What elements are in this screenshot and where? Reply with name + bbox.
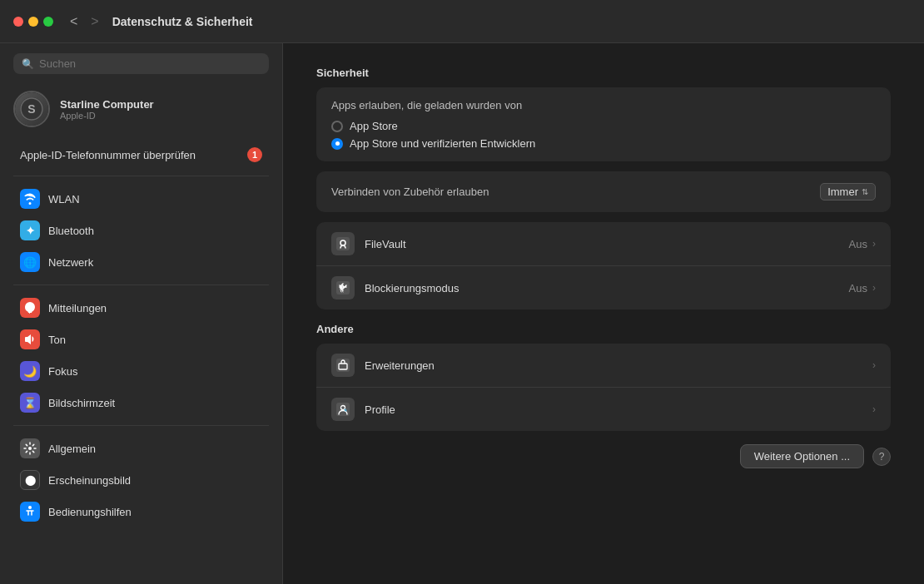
traffic-lights — [13, 17, 53, 27]
accessory-label: Verbinden von Zubehör erlauben — [331, 186, 489, 198]
notification-item[interactable]: Apple-ID-Telefonnummer überprüfen 1 — [7, 141, 276, 169]
minimize-button[interactable] — [28, 17, 38, 27]
sidebar-item-bildschirmzeit[interactable]: ⌛ Bildschirmzeit — [7, 388, 276, 418]
search-input[interactable] — [39, 57, 261, 70]
blockierungsmodus-icon — [331, 276, 355, 299]
profile-row[interactable]: Profile › — [316, 388, 891, 431]
sidebar-item-bedienungshilfen[interactable]: Bedienungshilfen — [7, 497, 276, 527]
search-box[interactable]: 🔍 — [13, 53, 269, 74]
svg-point-3 — [28, 447, 32, 450]
radio-label-app-store: App Store — [350, 120, 398, 132]
user-name: Starline Computer — [60, 98, 154, 111]
close-button[interactable] — [13, 17, 23, 27]
content-footer: Weitere Optionen ... ? — [316, 444, 891, 468]
content-area: Sicherheit Apps erlauben, die geladen wu… — [283, 43, 924, 584]
allgemein-icon — [20, 438, 40, 458]
sidebar-divider-1 — [13, 285, 269, 285]
sidebar: 🔍 S Starline Computer Apple-ID — [0, 43, 283, 584]
filevault-icon — [331, 232, 355, 255]
sidebar-item-label-wlan: WLAN — [48, 193, 80, 205]
sidebar-divider-top — [13, 176, 269, 176]
fokus-icon-glyph: 🌙 — [23, 365, 37, 378]
erweiterungen-icon — [331, 354, 355, 377]
sidebar-item-wlan[interactable]: WLAN — [7, 184, 276, 214]
sidebar-item-label-netzwerk: Netzwerk — [48, 256, 93, 269]
sidebar-item-bluetooth[interactable]: ✦ Bluetooth — [7, 215, 276, 245]
radio-circle-app-store-dev — [331, 138, 343, 150]
sidebar-item-label-ton: Ton — [48, 334, 66, 346]
filevault-status: Aus — [849, 238, 867, 250]
app-allow-card: Apps erlauben, die geladen wurden von Ap… — [316, 87, 891, 161]
sidebar-item-label-allgemein: Allgemein — [48, 443, 96, 455]
title-bar: < > Datenschutz & Sicherheit — [0, 0, 924, 43]
sidebar-item-label-erscheinungsbild: Erscheinungsbild — [48, 474, 131, 487]
ton-icon — [20, 329, 40, 349]
svg-rect-5 — [336, 237, 350, 250]
accessory-card: Verbinden von Zubehör erlauben Immer ⇅ — [316, 171, 891, 212]
sidebar-divider-2 — [13, 425, 269, 426]
radio-label-app-store-dev: App Store und verifizierten Entwicklern — [350, 137, 535, 150]
sidebar-item-label-bildschirmzeit: Bildschirmzeit — [48, 397, 115, 409]
sidebar-item-ton[interactable]: Ton — [7, 324, 276, 354]
sidebar-item-label-fokus: Fokus — [48, 365, 77, 378]
bedienungshilfen-icon-svg — [23, 505, 37, 518]
user-info: Starline Computer Apple-ID — [60, 98, 154, 121]
filevault-label: FileVault — [365, 238, 849, 250]
window-title: Datenschutz & Sicherheit — [112, 15, 253, 28]
sidebar-item-fokus[interactable]: 🌙 Fokus — [7, 356, 276, 386]
sidebar-item-mitteilungen[interactable]: Mitteilungen — [7, 293, 276, 323]
erweiterungen-row[interactable]: Erweiterungen › — [316, 344, 891, 388]
andere-section-title: Andere — [316, 323, 891, 335]
maximize-button[interactable] — [43, 17, 53, 27]
blockierungsmodus-row[interactable]: Blockierungsmodus Aus › — [316, 266, 891, 309]
netzwerk-icon-glyph: 🌐 — [23, 256, 37, 269]
notification-badge: 1 — [247, 147, 262, 162]
svg-text:S: S — [27, 102, 35, 116]
radio-app-store[interactable]: App Store — [331, 120, 876, 132]
sidebar-item-label-bluetooth: Bluetooth — [48, 225, 94, 237]
mitteilungen-icon — [20, 298, 40, 318]
stepper-value: Immer — [827, 186, 858, 198]
erweiterungen-label: Erweiterungen — [365, 359, 872, 372]
profile-icon-svg — [335, 402, 350, 417]
search-container: 🔍 — [0, 53, 282, 84]
app-allow-title: Apps erlauben, die geladen wurden von — [331, 99, 876, 111]
security-list-card: FileVault Aus › Blockierungsmodus Aus — [316, 222, 891, 309]
erscheinungsbild-icon: ⬤ — [20, 470, 40, 490]
radio-group: App Store App Store und verifizierten En… — [331, 120, 876, 150]
filevault-row[interactable]: FileVault Aus › — [316, 222, 891, 266]
bildschirmzeit-icon: ⌛ — [20, 393, 40, 413]
sidebar-item-netzwerk[interactable]: 🌐 Netzwerk — [7, 247, 276, 277]
bluetooth-icon: ✦ — [20, 220, 40, 240]
erweiterungen-chevron-icon: › — [872, 359, 876, 371]
wlan-icon-svg — [23, 192, 37, 205]
svg-point-4 — [28, 506, 32, 509]
sidebar-item-allgemein[interactable]: Allgemein — [7, 433, 276, 463]
accessory-stepper[interactable]: Immer ⇅ — [820, 183, 876, 200]
profile-icon — [331, 398, 355, 421]
blockierungsmodus-status: Aus — [849, 282, 867, 294]
stepper-arrows-icon: ⇅ — [862, 187, 868, 196]
security-section-title: Sicherheit — [316, 67, 891, 79]
user-subtitle: Apple-ID — [60, 111, 154, 121]
filevault-chevron-icon: › — [872, 238, 876, 250]
sidebar-item-label-mitteilungen: Mitteilungen — [48, 302, 107, 314]
radio-circle-app-store — [331, 121, 343, 132]
sidebar-item-label-bedienungshilfen: Bedienungshilfen — [48, 506, 132, 518]
search-icon: 🔍 — [22, 58, 34, 70]
bildschirmzeit-icon-glyph: ⌛ — [23, 397, 37, 409]
profile-label: Profile — [365, 403, 872, 416]
ton-icon-svg — [23, 333, 37, 346]
erscheinungsbild-icon-glyph: ⬤ — [25, 474, 36, 486]
more-options-button[interactable]: Weitere Optionen ... — [740, 444, 864, 468]
user-profile[interactable]: S Starline Computer Apple-ID — [0, 84, 282, 141]
netzwerk-icon: 🌐 — [20, 252, 40, 272]
help-button[interactable]: ? — [872, 448, 891, 466]
back-button[interactable]: < — [67, 12, 81, 31]
forward-button[interactable]: > — [87, 12, 102, 31]
profile-chevron-icon: › — [872, 403, 876, 415]
blockierungsmodus-icon-svg — [335, 280, 350, 295]
blockierungsmodus-label: Blockierungsmodus — [365, 282, 849, 294]
radio-app-store-dev[interactable]: App Store und verifizierten Entwicklern — [331, 137, 876, 150]
sidebar-item-erscheinungsbild[interactable]: ⬤ Erscheinungsbild — [7, 465, 276, 495]
